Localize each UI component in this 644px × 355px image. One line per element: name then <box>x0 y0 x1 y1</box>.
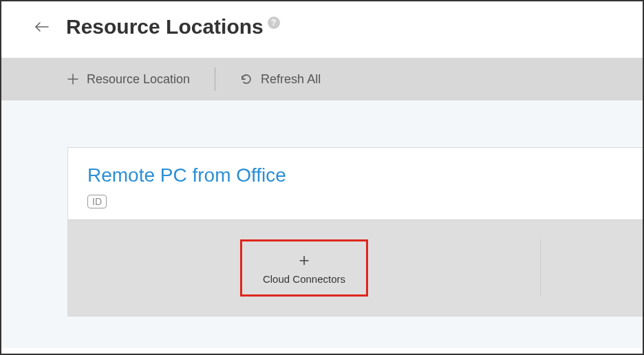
resource-location-title[interactable]: Remote PC from Office <box>87 164 624 186</box>
toolbar-divider <box>215 67 215 91</box>
back-arrow-icon[interactable] <box>34 21 50 32</box>
toolbar: Resource Location Refresh All <box>1 58 643 100</box>
resource-location-card: Remote PC from Office ID + Cloud Connect… <box>67 147 644 316</box>
add-cloud-connectors-label: Cloud Connectors <box>263 273 345 285</box>
id-badge[interactable]: ID <box>87 195 107 208</box>
page-title-text: Resource Locations <box>66 15 264 39</box>
help-icon[interactable]: ? <box>268 17 280 29</box>
content-area: Remote PC from Office ID + Cloud Connect… <box>1 100 643 348</box>
plus-icon: + <box>299 251 309 269</box>
add-resource-location-label: Resource Location <box>87 72 190 87</box>
card-body: + Cloud Connectors <box>68 219 643 316</box>
plus-icon <box>67 74 78 85</box>
add-cloud-connectors-button[interactable]: + Cloud Connectors <box>240 239 368 297</box>
card-body-side-panel <box>540 239 643 297</box>
card-body-main: + Cloud Connectors <box>68 239 540 297</box>
page-title: Resource Locations ? <box>66 15 280 39</box>
add-resource-location-button[interactable]: Resource Location <box>62 72 195 87</box>
refresh-all-label: Refresh All <box>261 72 321 87</box>
card-body-inner: + Cloud Connectors <box>68 239 643 297</box>
refresh-all-button[interactable]: Refresh All <box>235 72 326 87</box>
refresh-icon <box>240 73 253 85</box>
card-header: Remote PC from Office ID <box>68 148 643 219</box>
page-header: Resource Locations ? <box>1 1 643 58</box>
